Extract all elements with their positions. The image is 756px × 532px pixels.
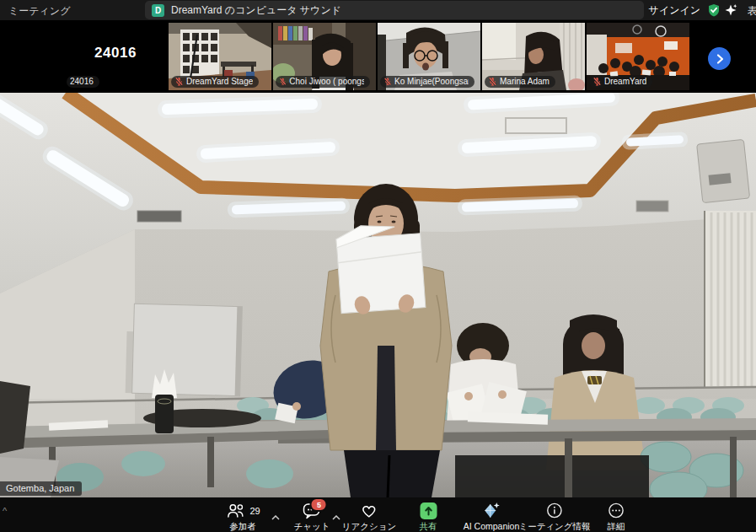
tissue-cup — [152, 369, 177, 433]
meeting-label: ミーティング — [8, 4, 70, 19]
main-video: Gotemba, Japan — [0, 93, 756, 497]
more-button[interactable]: 詳細 — [608, 502, 625, 532]
tile-name-label: DreamYard — [589, 76, 652, 88]
participant-tile-dreamyard-stage[interactable]: DreamYard Stage — [169, 23, 271, 90]
tile-name-label: 24016 — [67, 76, 99, 88]
ai-companion-topbar-icon[interactable] — [724, 3, 737, 20]
view-menu-button[interactable]: 表示 — [748, 4, 756, 19]
participants-button[interactable]: 29 参加者 — [225, 502, 260, 532]
muted-mic-icon — [174, 77, 184, 86]
reactions-button[interactable]: リアクション — [342, 502, 396, 532]
muted-mic-icon — [488, 77, 497, 86]
heart-icon — [360, 502, 378, 519]
banner-avatar: D — [152, 4, 164, 17]
banner-text: DreamYard のコンピュータ サウンド — [171, 3, 341, 18]
share-button[interactable]: 共有 — [420, 502, 437, 532]
participant-tile-marina-adam[interactable]: Marina Adam — [482, 23, 585, 90]
participant-tile-choi-jiwoo[interactable]: Choi Jiwoo ( poongsan) — [273, 23, 376, 90]
zoom-meeting-window: { "top_bar": { "meeting_label": "ミーティング"… — [0, 0, 756, 532]
ai-companion-icon — [482, 502, 501, 520]
tile-name-label: DreamYard Stage — [171, 76, 259, 88]
muted-mic-icon — [383, 77, 392, 86]
info-icon — [545, 502, 563, 519]
meeting-toolbar: ^ 29 参加者 5 チャット — [0, 497, 756, 532]
chat-badge: 5 — [310, 497, 328, 512]
title-bar: ミーティング D DreamYard のコンピュータ サウンド サインイン 表示 — [0, 0, 756, 20]
share-icon — [420, 502, 437, 519]
muted-mic-icon — [279, 77, 287, 86]
chat-button[interactable]: 5 チャット — [294, 502, 330, 532]
next-page-button[interactable] — [708, 47, 731, 70]
muted-mic-icon — [592, 77, 602, 86]
window-curtains — [705, 211, 756, 388]
tile-name-label: Choi Jiwoo ( poongsan) — [276, 76, 370, 88]
participants-icon — [225, 502, 245, 519]
ai-companion-button[interactable]: AI Companion — [464, 502, 520, 531]
chat-menu-chevron[interactable] — [332, 508, 340, 524]
security-shield-icon[interactable] — [707, 3, 721, 20]
participant-tile-dreamyard[interactable]: DreamYard — [587, 23, 689, 90]
location-label: Gotemba, Japan — [0, 481, 82, 496]
chevron-right-icon — [714, 53, 726, 65]
classroom-scene — [0, 93, 756, 497]
participants-menu-chevron[interactable] — [271, 508, 280, 524]
video-filmstrip: 24016 24016 DreamYard Stag — [0, 20, 756, 93]
tile-big-name: 24016 — [64, 45, 167, 62]
tile-name-label: Marina Adam — [485, 76, 555, 88]
tile-name-label: Ko Minjae(Poongsan) — [380, 76, 475, 88]
sign-in-button[interactable]: サインイン — [649, 3, 700, 18]
more-icon — [608, 502, 625, 519]
participant-tile-24016[interactable]: 24016 24016 — [64, 23, 167, 90]
meeting-info-button[interactable]: ミーティング情報 — [518, 502, 590, 532]
collapse-chevron[interactable]: ^ — [3, 506, 7, 516]
participants-count: 29 — [249, 506, 260, 516]
participant-tile-ko-minjae[interactable]: Ko Minjae(Poongsan) — [378, 23, 480, 90]
computer-sound-banner[interactable]: D DreamYard のコンピュータ サウンド — [145, 1, 644, 19]
whiteboard — [126, 304, 243, 396]
